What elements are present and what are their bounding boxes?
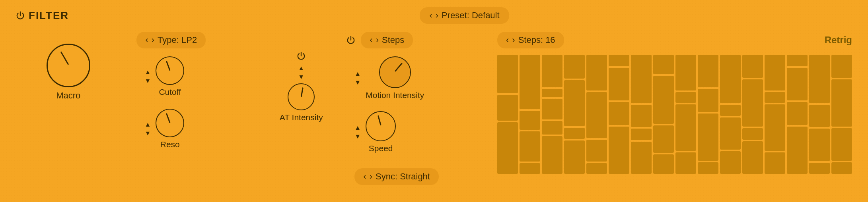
seq-cell-4-0[interactable] [586, 55, 607, 90]
at-intensity-knob[interactable] [288, 83, 315, 110]
type-button[interactable]: ‹ › Type: LP2 [136, 32, 206, 48]
preset-button[interactable]: ‹ › Preset: Default [420, 7, 509, 24]
seq-cell-7-2[interactable] [653, 125, 674, 153]
seq-column-14[interactable] [809, 55, 830, 174]
seq-cell-8-3[interactable] [675, 152, 696, 174]
seq-cell-0-2[interactable] [497, 95, 518, 121]
seq-cell-5-1[interactable] [609, 68, 629, 100]
seq-cell-0-4[interactable] [497, 122, 518, 174]
seq-cell-5-3[interactable] [609, 127, 629, 174]
seq-cell-12-3[interactable] [765, 152, 785, 174]
seq-cell-11-3[interactable] [742, 128, 763, 140]
seq-cell-8-0[interactable] [675, 55, 696, 90]
seq-column-15[interactable] [831, 55, 852, 174]
seq-cell-3-2[interactable] [564, 128, 585, 139]
seq-cell-2-3[interactable] [542, 121, 562, 135]
seq-cell-8-1[interactable] [675, 92, 696, 103]
seq-cell-4-3[interactable] [586, 140, 607, 161]
seq-cell-3-4[interactable] [564, 140, 585, 174]
seq-cell-10-3[interactable] [720, 117, 741, 150]
cutoff-down-arrow[interactable]: ▼ [144, 78, 151, 84]
seq-cell-12-2[interactable] [765, 104, 785, 151]
seq-column-11[interactable] [742, 55, 763, 174]
speed-down-arrow[interactable]: ▼ [354, 133, 361, 140]
reso-up-arrow[interactable]: ▲ [144, 121, 151, 128]
seq-column-12[interactable] [765, 55, 785, 174]
at-up-arrow[interactable]: ▲ [298, 65, 304, 71]
macro-knob[interactable] [47, 44, 90, 87]
seq-column-9[interactable] [698, 55, 718, 174]
seq-cell-12-1[interactable] [765, 92, 785, 103]
seq-cell-14-3[interactable] [809, 163, 830, 174]
seq-cell-7-4[interactable] [653, 154, 674, 174]
seq-cell-9-3[interactable] [698, 114, 718, 161]
speed-knob[interactable] [366, 111, 396, 141]
seq-cell-5-2[interactable] [609, 102, 629, 125]
seq-cell-5-0[interactable] [609, 55, 629, 66]
seq-cell-11-1[interactable] [742, 79, 763, 127]
cutoff-knob[interactable] [156, 56, 184, 85]
seq-cell-2-2[interactable] [542, 99, 562, 120]
seq-column-7[interactable] [653, 55, 674, 174]
seq-cell-14-1[interactable] [809, 105, 830, 127]
seq-cell-9-1[interactable] [698, 55, 718, 87]
at-down-arrow[interactable]: ▼ [298, 74, 304, 80]
seq-cell-4-4[interactable] [586, 163, 607, 174]
seq-cell-2-1[interactable] [542, 89, 562, 97]
reso-knob[interactable] [156, 109, 184, 137]
seq-cell-10-0[interactable] [720, 55, 741, 103]
seq-cell-0-0[interactable] [497, 55, 518, 93]
motion-up-arrow[interactable]: ▲ [354, 71, 361, 77]
seq-cell-15-0[interactable] [831, 55, 852, 78]
seq-cell-13-2[interactable] [787, 102, 808, 125]
seq-cell-6-4[interactable] [631, 142, 652, 174]
seq-column-4[interactable] [586, 55, 607, 174]
cutoff-up-arrow[interactable]: ▲ [144, 69, 151, 75]
seq-cell-6-1[interactable] [631, 105, 652, 127]
seq-cell-11-4[interactable] [742, 141, 763, 174]
seq-cell-9-2[interactable] [698, 89, 718, 112]
seq-cell-10-4[interactable] [720, 151, 741, 174]
seq-column-5[interactable] [609, 55, 629, 174]
seq-cell-3-0[interactable] [564, 55, 585, 79]
sync-button[interactable]: ‹ › Sync: Straight [354, 168, 439, 185]
seq-cell-14-0[interactable] [809, 55, 830, 103]
motion-intensity-knob[interactable] [379, 56, 411, 88]
seq-cell-1-3[interactable] [520, 131, 540, 161]
seq-cell-8-2[interactable] [675, 104, 696, 151]
motion-down-arrow[interactable]: ▼ [354, 79, 361, 86]
seq-cell-15-4[interactable] [831, 162, 852, 174]
seq-cell-1-1[interactable] [520, 111, 540, 130]
seq-cell-4-2[interactable] [586, 92, 607, 139]
lfo-steps-button[interactable]: ‹ › Steps [361, 32, 413, 48]
seq-cell-7-1[interactable] [653, 76, 674, 124]
seq-cell-2-4[interactable] [542, 136, 562, 174]
seq-cell-11-0[interactable] [742, 55, 763, 78]
seq-cell-15-2[interactable] [831, 79, 852, 127]
seq-cell-12-0[interactable] [765, 55, 785, 90]
seq-steps-button[interactable]: ‹ › Steps: 16 [497, 32, 564, 48]
seq-cell-13-4[interactable] [787, 127, 808, 174]
seq-cell-6-3[interactable] [631, 129, 652, 140]
seq-cell-1-0[interactable] [520, 55, 540, 109]
seq-cell-7-0[interactable] [653, 55, 674, 74]
reso-down-arrow[interactable]: ▼ [144, 130, 151, 137]
seq-cell-14-2[interactable] [809, 129, 830, 161]
seq-column-8[interactable] [675, 55, 696, 174]
seq-cell-15-3[interactable] [831, 128, 852, 161]
speed-up-arrow[interactable]: ▲ [354, 125, 361, 131]
seq-cell-10-2[interactable] [720, 105, 741, 116]
seq-cell-1-4[interactable] [520, 163, 540, 174]
seq-cell-13-0[interactable] [787, 55, 808, 66]
seq-column-0[interactable] [497, 55, 518, 174]
seq-column-10[interactable] [720, 55, 741, 174]
seq-cell-2-0[interactable] [542, 55, 562, 87]
seq-cell-9-4[interactable] [698, 162, 718, 174]
seq-column-3[interactable] [564, 55, 585, 174]
seq-column-2[interactable] [542, 55, 562, 174]
seq-column-6[interactable] [631, 55, 652, 174]
seq-column-1[interactable] [520, 55, 540, 174]
seq-cell-6-0[interactable] [631, 55, 652, 103]
seq-cell-13-1[interactable] [787, 68, 808, 100]
seq-cell-3-1[interactable] [564, 80, 585, 126]
